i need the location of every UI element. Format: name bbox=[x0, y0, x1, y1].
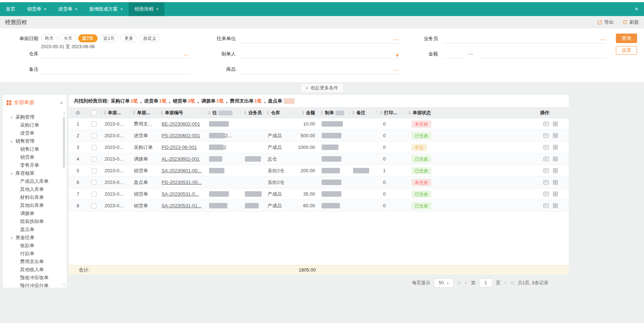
last-page-button[interactable]: >| bbox=[511, 280, 514, 285]
apps-icon[interactable] bbox=[553, 192, 558, 196]
doc-no-link[interactable]: PO-2023-06-001 bbox=[162, 145, 197, 150]
tab-close-icon[interactable]: × bbox=[44, 7, 46, 12]
sidebar-item-其他收入单[interactable]: 其他收入单 bbox=[3, 266, 62, 274]
column-header-仓库[interactable]: 仓库 bbox=[264, 108, 291, 118]
date-pill-更多[interactable]: 更多 bbox=[120, 34, 137, 42]
sort-icon[interactable] bbox=[302, 111, 304, 115]
column-header-业务员[interactable]: 业务员 bbox=[241, 108, 264, 118]
tab-首页[interactable]: 首页 bbox=[0, 2, 21, 16]
row-checkbox[interactable] bbox=[91, 145, 96, 150]
sidebar-item-库存核算[interactable]: ∨库存核算 bbox=[3, 169, 62, 177]
select-all-checkbox[interactable] bbox=[91, 110, 96, 115]
apps-icon[interactable] bbox=[553, 180, 558, 185]
amount-min-input[interactable] bbox=[443, 50, 464, 59]
date-range-value[interactable]: 2023-05-31 至 2023-06-06 bbox=[41, 44, 95, 50]
column-header-制单[interactable]: 制单 bbox=[318, 108, 349, 118]
sidebar-item-其他入库单[interactable]: 其他入库单 bbox=[3, 185, 62, 193]
ellipsis-icon[interactable]: ··· bbox=[184, 53, 189, 58]
tab-进货单[interactable]: 进货单× bbox=[52, 2, 83, 16]
sidebar-item-资金往来[interactable]: ∨资金往来 bbox=[3, 234, 62, 242]
maker-input[interactable]: ∨ bbox=[240, 50, 400, 59]
sort-icon[interactable] bbox=[380, 111, 382, 115]
sort-icon[interactable] bbox=[321, 111, 323, 115]
doc-no-link[interactable]: SA-20230531-0... bbox=[162, 191, 199, 197]
chevron-down-icon[interactable]: ∨ bbox=[395, 53, 399, 58]
sidebar-collapse-icon[interactable]: « bbox=[60, 100, 63, 105]
sidebar-item-零售开单[interactable]: 零售开单 bbox=[3, 161, 62, 169]
sidebar-item-调拨单[interactable]: 调拨单 bbox=[3, 209, 62, 218]
first-page-button[interactable]: |< bbox=[457, 280, 461, 285]
row-checkbox[interactable] bbox=[91, 122, 96, 127]
scrollbar-thumb[interactable] bbox=[63, 117, 65, 168]
per-page-select[interactable]: 50 ∨ bbox=[434, 278, 454, 288]
row-checkbox[interactable] bbox=[91, 180, 96, 185]
apps-icon[interactable] bbox=[553, 203, 558, 208]
ellipsis-icon[interactable]: ··· bbox=[394, 68, 399, 73]
tab-close-icon[interactable]: × bbox=[75, 7, 77, 12]
sidebar-item-预付冲应付单[interactable]: 预付冲应付单 bbox=[3, 282, 62, 288]
product-input[interactable]: ··· bbox=[240, 65, 400, 74]
date-pill-自定义[interactable]: 自定义 bbox=[139, 34, 160, 42]
salesman-input[interactable]: ··· bbox=[443, 34, 607, 43]
sidebar-item-产成品入库单[interactable]: 产成品入库单 bbox=[3, 177, 62, 185]
close-icon[interactable]: × bbox=[635, 2, 638, 16]
sort-icon[interactable] bbox=[208, 111, 211, 115]
sidebar-item-盘点单[interactable]: 盘点单 bbox=[3, 226, 62, 234]
sidebar-item-进货单[interactable]: 进货单 bbox=[3, 129, 62, 137]
tab-close-icon[interactable]: × bbox=[120, 7, 123, 12]
preview-icon[interactable] bbox=[543, 168, 549, 173]
column-header-备注[interactable]: 备注 bbox=[349, 108, 377, 118]
column-header-单据...[interactable]: 单据... bbox=[130, 108, 158, 118]
sidebar-item-销售管理[interactable]: ∨销售管理 bbox=[3, 137, 62, 145]
sidebar-item-预收冲应收单[interactable]: 预收冲应收单 bbox=[3, 274, 62, 282]
ellipsis-icon[interactable]: ··· bbox=[601, 37, 606, 42]
tab-新增提成方案[interactable]: 新增提成方案× bbox=[83, 2, 129, 16]
column-header-单据...[interactable]: 单据... bbox=[101, 108, 130, 118]
sidebar-item-组装拆卸单[interactable]: 组装拆卸单 bbox=[3, 218, 62, 226]
ellipsis-icon[interactable]: ··· bbox=[394, 37, 399, 42]
apps-icon[interactable] bbox=[553, 168, 558, 173]
sort-icon[interactable] bbox=[133, 111, 135, 115]
scroll-up-icon[interactable]: ▲ bbox=[62, 112, 66, 114]
column-header-往[interactable]: 往 bbox=[205, 108, 241, 118]
column-header-打印...[interactable]: 打印... bbox=[377, 108, 406, 118]
column-header-单据编号[interactable]: 单据编号 bbox=[158, 108, 205, 118]
row-checkbox[interactable] bbox=[91, 133, 96, 138]
sidebar-item-付款单[interactable]: 付款单 bbox=[3, 250, 62, 258]
next-page-button[interactable]: > bbox=[504, 280, 507, 285]
apps-icon[interactable] bbox=[553, 157, 558, 161]
sort-icon[interactable] bbox=[409, 111, 411, 115]
gear-icon[interactable]: ⚙ bbox=[76, 110, 80, 116]
apps-icon[interactable] bbox=[553, 145, 558, 150]
sidebar-item-采购管理[interactable]: ∨采购管理 bbox=[3, 113, 62, 121]
refresh-button[interactable]: 刷新 bbox=[622, 19, 639, 26]
doc-no-link[interactable]: SA-20230531-01... bbox=[162, 203, 201, 208]
doc-no-link[interactable]: PD-20230531-00... bbox=[162, 180, 202, 185]
sidebar-item-销货单[interactable]: 销货单 bbox=[3, 153, 62, 161]
amount-max-input[interactable] bbox=[477, 50, 607, 59]
sidebar-item-收款单[interactable]: 收款单 bbox=[3, 242, 62, 250]
warehouse-input[interactable]: ··· bbox=[41, 50, 190, 59]
column-header-金额[interactable]: 金额 bbox=[291, 108, 318, 118]
prev-page-button[interactable]: < bbox=[465, 280, 467, 285]
preview-icon[interactable] bbox=[543, 191, 549, 197]
sidebar-item-材料出库单[interactable]: 材料出库单 bbox=[3, 193, 62, 201]
collapse-conditions-button[interactable]: « 收起更多条件 bbox=[300, 83, 344, 93]
page-input[interactable]: 1 bbox=[479, 278, 492, 287]
sidebar-item-采购订单[interactable]: 采购订单 bbox=[3, 121, 62, 129]
doc-no-link[interactable]: BE-20230602-001 bbox=[162, 121, 200, 127]
row-checkbox[interactable] bbox=[91, 192, 96, 197]
sort-icon[interactable] bbox=[267, 111, 269, 115]
sort-icon[interactable] bbox=[104, 111, 106, 115]
preview-icon[interactable] bbox=[543, 156, 549, 162]
doc-no-link[interactable]: SA-20230601-00... bbox=[162, 168, 201, 173]
sidebar-item-销售订单[interactable]: 销售订单 bbox=[3, 145, 62, 153]
sidebar-item-费用支出单[interactable]: 费用支出单 bbox=[3, 258, 62, 266]
remark-input[interactable] bbox=[41, 65, 190, 74]
sort-icon[interactable] bbox=[244, 111, 246, 115]
date-pill-近1月[interactable]: 近1月 bbox=[99, 34, 119, 42]
settings-button[interactable]: 设置 bbox=[616, 46, 637, 55]
sidebar-title[interactable]: 全部单据 bbox=[14, 99, 34, 106]
preview-icon[interactable] bbox=[543, 145, 549, 150]
tab-销货单[interactable]: 销货单× bbox=[21, 2, 52, 16]
